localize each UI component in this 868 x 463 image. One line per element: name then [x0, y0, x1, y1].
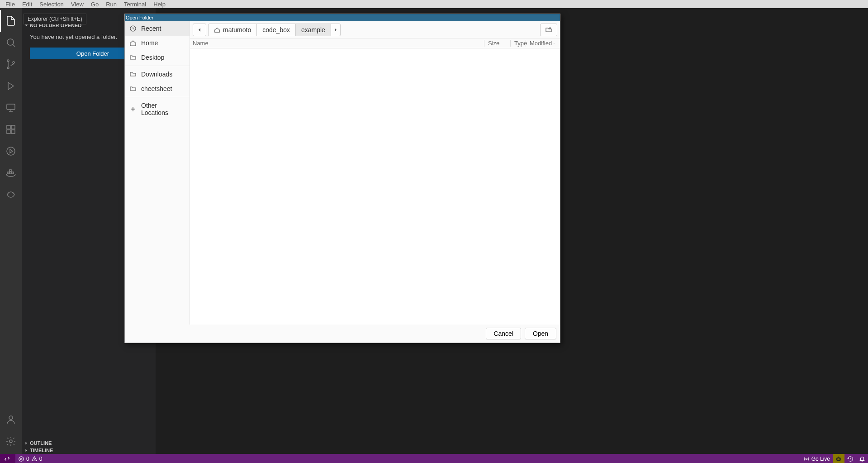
dialog-title: Open Folder [126, 15, 153, 20]
column-type[interactable]: Type [510, 40, 526, 47]
golive-label: Go Live [811, 456, 830, 462]
places-sidebar: Recent Home Desktop Downloads cheetsheet [125, 21, 190, 325]
extensions-icon [5, 124, 16, 135]
activity-docker[interactable] [0, 162, 22, 184]
plus-icon [129, 105, 137, 113]
warning-icon [31, 456, 38, 462]
place-home[interactable]: Home [125, 36, 190, 50]
cancel-button[interactable]: Cancel [486, 328, 521, 339]
menu-selection[interactable]: Selection [36, 0, 67, 9]
branch-icon [5, 59, 16, 70]
svg-rect-12 [12, 172, 14, 174]
breadcrumb-0-label: matumoto [223, 26, 251, 33]
triangle-left-icon [198, 28, 201, 32]
svg-point-3 [13, 62, 14, 63]
activity-extensions[interactable] [0, 119, 22, 140]
account-icon [5, 414, 16, 425]
svg-rect-4 [7, 104, 15, 110]
warnings-count: 0 [39, 456, 43, 462]
menu-run[interactable]: Run [102, 0, 120, 9]
new-folder-button[interactable] [540, 24, 557, 36]
place-desktop[interactable]: Desktop [125, 50, 190, 65]
column-modified-label: Modified [530, 40, 552, 47]
place-other-label: Other Locations [141, 102, 185, 116]
activity-run-debug[interactable] [0, 75, 22, 97]
status-bell[interactable] [856, 454, 868, 463]
svg-point-0 [7, 39, 14, 45]
places-separator [125, 97, 190, 97]
activity-testing[interactable] [0, 140, 22, 162]
breadcrumb-bar: matumoto code_box example [208, 24, 341, 36]
breadcrumb-2[interactable]: example [296, 24, 331, 36]
breadcrumb-expand[interactable] [331, 24, 340, 36]
activity-explorer[interactable] [0, 10, 22, 32]
sort-desc-icon [554, 42, 555, 45]
back-button[interactable] [193, 24, 206, 36]
menu-terminal[interactable]: Terminal [120, 0, 150, 9]
status-copilot[interactable] [833, 454, 844, 463]
svg-point-2 [7, 67, 9, 69]
menu-file[interactable]: File [2, 0, 19, 9]
menu-help[interactable]: Help [150, 0, 169, 9]
svg-point-20 [837, 458, 838, 459]
place-downloads-label: Downloads [141, 71, 172, 78]
svg-rect-6 [11, 125, 15, 129]
beaker-icon [5, 146, 16, 157]
activity-settings[interactable] [0, 430, 22, 452]
activity-account[interactable] [0, 409, 22, 430]
outline-section[interactable]: OUTLINE [22, 439, 156, 447]
column-name[interactable]: Name [192, 40, 484, 47]
places-separator [125, 66, 190, 66]
folder-icon [129, 71, 137, 78]
breadcrumb-home[interactable]: matumoto [209, 24, 257, 36]
timeline-label: TIMELINE [30, 448, 53, 453]
place-cheetsheet[interactable]: cheetsheet [125, 81, 190, 96]
menu-go[interactable]: Go [87, 0, 102, 9]
svg-rect-13 [9, 170, 11, 172]
chevron-right-icon [24, 448, 29, 453]
share-icon [5, 189, 16, 200]
folder-icon [129, 54, 137, 61]
svg-rect-8 [11, 130, 15, 134]
home-icon [129, 39, 137, 47]
svg-point-18 [806, 458, 807, 460]
folder-icon [129, 85, 137, 92]
status-problems[interactable]: 0 0 [15, 454, 45, 463]
play-bug-icon [5, 81, 16, 91]
activity-source-control[interactable] [0, 53, 22, 75]
open-button[interactable]: Open [525, 328, 556, 339]
file-list-header: Name Size Type Modified [190, 38, 560, 48]
menubar: File Edit Selection View Go Run Terminal… [0, 0, 868, 8]
column-modified[interactable]: Modified [526, 40, 558, 47]
menu-view[interactable]: View [67, 0, 87, 9]
clock-icon [129, 25, 137, 32]
column-size[interactable]: Size [484, 40, 510, 47]
status-golive[interactable]: Go Live [801, 454, 833, 463]
breadcrumb-1-label: code_box [262, 26, 290, 33]
dialog-titlebar[interactable]: Open Folder [125, 14, 560, 21]
timeline-section[interactable]: TIMELINE [22, 447, 156, 454]
dialog-toolbar: matumoto code_box example [190, 21, 560, 38]
place-other-locations[interactable]: Other Locations [125, 98, 190, 120]
files-icon [5, 15, 16, 26]
activity-share[interactable] [0, 184, 22, 205]
place-recent[interactable]: Recent [125, 21, 190, 36]
status-remote[interactable] [0, 454, 15, 463]
home-icon [214, 27, 220, 33]
explorer-tooltip: Explorer (Ctrl+Shift+E) [24, 14, 86, 24]
svg-rect-5 [7, 125, 10, 129]
status-history[interactable] [844, 454, 856, 463]
open-folder-dialog: Open Folder Recent Home Desktop Download… [124, 14, 560, 343]
svg-point-9 [7, 147, 15, 155]
dialog-footer: Cancel Open [125, 325, 560, 343]
svg-point-21 [839, 458, 840, 459]
breadcrumb-1[interactable]: code_box [257, 24, 296, 36]
place-downloads[interactable]: Downloads [125, 67, 190, 81]
place-recent-label: Recent [141, 25, 161, 32]
file-list[interactable] [190, 48, 560, 325]
status-bar: 0 0 Go Live [0, 454, 868, 463]
menu-edit[interactable]: Edit [19, 0, 36, 9]
triangle-right-icon [334, 28, 337, 32]
activity-remote[interactable] [0, 97, 22, 119]
activity-search[interactable] [0, 32, 22, 53]
